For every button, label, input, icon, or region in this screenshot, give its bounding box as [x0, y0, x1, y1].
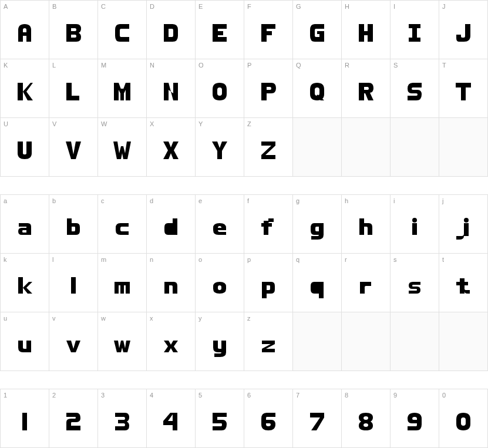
glyph-F	[244, 23, 292, 45]
cell-label: X	[150, 120, 154, 127]
glyph-cell-k: k	[1, 254, 49, 312]
glyph-1	[1, 412, 49, 434]
glyph-cell-1: 1	[1, 389, 49, 448]
glyph-b	[49, 217, 97, 243]
svg-rect-44	[456, 282, 468, 285]
empty-cell	[439, 118, 488, 177]
svg-rect-34	[18, 277, 23, 294]
glyph-cell-K: K	[1, 59, 49, 118]
glyph-cell-Z: Z	[244, 118, 293, 177]
glyph-cell-5: 5	[196, 389, 244, 448]
cell-label: a	[4, 197, 7, 204]
cell-label: g	[296, 197, 299, 204]
glyph-cell-T: T	[439, 59, 488, 118]
glyph-cell-W: W	[98, 118, 147, 177]
empty-cell	[342, 118, 391, 177]
cell-label: I	[393, 3, 395, 10]
glyph-a	[1, 217, 49, 243]
glyph-cell-D: D	[147, 1, 196, 59]
svg-rect-18	[120, 89, 124, 100]
svg-rect-28	[261, 223, 272, 227]
glyph-7	[293, 412, 341, 434]
glyph-s	[391, 276, 439, 302]
svg-rect-16	[114, 83, 119, 100]
glyph-L	[49, 82, 97, 104]
glyph-f	[244, 217, 292, 243]
cell-label: N	[150, 62, 154, 69]
cell-label: i	[393, 197, 395, 204]
glyph-l	[49, 276, 97, 302]
cell-label: R	[345, 62, 349, 69]
svg-rect-6	[261, 24, 267, 42]
glyph-cell-v: v	[49, 312, 98, 371]
cell-label: S	[393, 62, 398, 69]
glyph-cell-R: R	[342, 59, 391, 118]
glyph-J	[439, 23, 487, 45]
cell-label: H	[345, 3, 349, 10]
glyph-6	[244, 412, 292, 434]
glyph-9	[391, 412, 439, 434]
glyph-cell-c: c	[98, 195, 147, 254]
glyph-G	[293, 23, 341, 45]
svg-rect-9	[359, 31, 373, 35]
glyph-cell-P: P	[244, 59, 293, 118]
glyph-cell-b: b	[49, 195, 98, 254]
glyph-cell-O: O	[196, 59, 244, 118]
cell-label: 0	[442, 392, 446, 399]
glyph-cell-C: C	[98, 1, 147, 59]
glyph-t	[439, 276, 487, 302]
cell-label: z	[247, 315, 251, 322]
cell-label: Z	[247, 120, 251, 127]
cell-label: K	[4, 62, 8, 69]
glyph-M	[98, 82, 146, 104]
glyph-cell-6: 6	[244, 389, 293, 448]
glyph-cell-V: V	[49, 118, 98, 177]
svg-rect-41	[319, 282, 324, 298]
glyph-A	[1, 23, 49, 45]
cell-label: n	[150, 256, 153, 263]
glyph-3	[98, 412, 146, 434]
cell-label: w	[101, 315, 106, 322]
glyph-h	[342, 217, 390, 243]
glyph-U	[1, 140, 49, 163]
glyph-S	[391, 82, 439, 104]
cell-label: O	[198, 62, 204, 69]
glyph-cell-B: B	[49, 1, 98, 59]
svg-rect-46	[262, 349, 275, 352]
cell-label: c	[101, 197, 105, 204]
glyph-cell-J: J	[439, 1, 488, 59]
glyph-Q	[293, 82, 341, 104]
glyph-C	[98, 23, 146, 45]
glyph-v	[49, 335, 97, 361]
glyph-j	[439, 217, 487, 243]
glyph-cell-L: L	[49, 59, 98, 118]
cell-label: 1	[4, 392, 7, 399]
svg-rect-12	[412, 24, 417, 42]
cell-label: 4	[150, 392, 153, 399]
glyph-cell-m: m	[98, 254, 147, 312]
cell-label: A	[4, 3, 8, 10]
glyph-4	[147, 412, 195, 434]
glyph-cell-o: o	[196, 254, 244, 312]
glyph-y	[196, 335, 244, 361]
svg-rect-33	[464, 223, 469, 236]
cell-label: M	[101, 62, 106, 69]
empty-cell	[391, 118, 439, 177]
glyph-I	[391, 23, 439, 45]
svg-point-32	[464, 218, 469, 223]
glyph-cell-p: p	[244, 254, 293, 312]
empty-cell	[439, 312, 488, 371]
cell-label: t	[442, 256, 444, 263]
cell-label: G	[296, 3, 301, 10]
cell-label: T	[442, 62, 446, 69]
svg-rect-42	[360, 282, 365, 294]
svg-rect-3	[213, 24, 218, 42]
svg-rect-13	[18, 83, 23, 100]
glyph-cell-M: M	[98, 59, 147, 118]
glyph-T	[439, 82, 487, 104]
glyph-cell-s: s	[391, 254, 439, 312]
glyph-cell-h: h	[342, 195, 391, 254]
glyph-cell-S: S	[391, 59, 439, 118]
svg-rect-19	[164, 83, 169, 100]
glyph-cell-Q: Q	[293, 59, 342, 118]
